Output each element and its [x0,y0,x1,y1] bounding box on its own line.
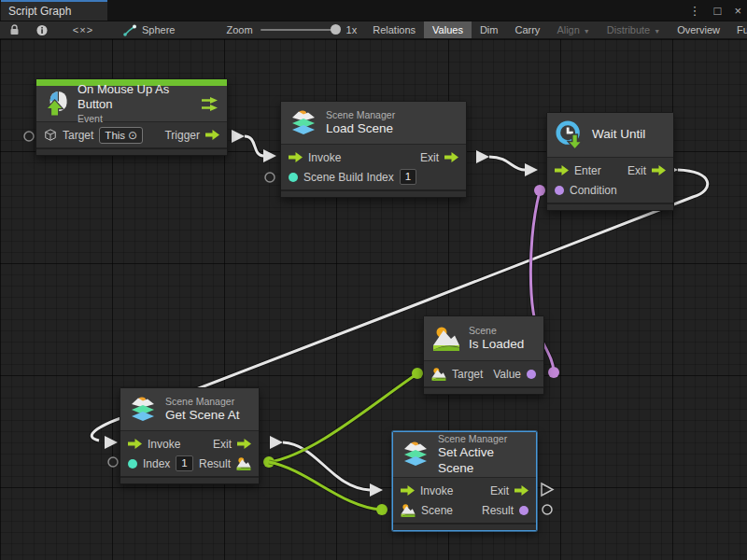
dim-button[interactable]: Dim [472,21,507,38]
port-label-index: Index [143,457,170,470]
port-label-invoke: Invoke [148,438,180,451]
info-button[interactable] [28,21,56,38]
values-button[interactable]: Values [424,21,472,38]
chevron-down-icon: ▼ [654,28,660,35]
node-footer [393,523,536,530]
index-input[interactable]: 1 [176,455,192,471]
graph-canvas[interactable]: On Mouse Up As Button Event Target [0,39,747,560]
edit-graph-button[interactable]: <×> [56,21,110,38]
flow-port-icon[interactable] [128,439,142,449]
coroutine-double-arrow-icon [202,97,218,111]
flow-port-icon[interactable] [237,439,251,449]
node-title: Wait Until [592,127,664,143]
node-kicker: Scene Manager [326,109,457,121]
node-footer [120,476,259,483]
values-label: Values [432,24,463,35]
node-on-mouse-up-as-button[interactable]: On Mouse Up As Button Event Target [35,78,228,156]
carry-label: Carry [514,24,540,35]
flow-port-icon[interactable] [444,152,458,162]
bool-port-icon[interactable] [555,186,564,195]
node-wait-until[interactable]: Wait Until Enter Exit [546,112,674,211]
align-dropdown[interactable]: Align ▼ [548,21,598,38]
wait-clock-icon [556,120,584,150]
wire-loadscene-to-waituntil[interactable] [476,150,538,176]
zoom-label: Zoom [226,24,252,35]
port-label-scene-build-index: Scene Build Index [303,171,394,184]
port-label-target: Target [452,368,483,381]
node-title: Set Active Scene [438,445,527,477]
unconnected-port-exit[interactable] [542,483,553,496]
distribute-dropdown[interactable]: Distribute ▼ [599,21,669,38]
fullscreen-button[interactable]: Full Screen [728,21,747,38]
wire-getsceneat-to-setactivescene[interactable] [270,436,383,497]
port-label-exit: Exit [627,164,646,177]
bool-port-icon[interactable] [527,370,536,379]
flow-port-icon[interactable] [205,130,219,140]
overview-label: Overview [677,24,720,35]
relations-label: Relations [373,24,416,35]
cube-icon [44,129,57,142]
node-title: On Mouse Up As Button [78,82,193,113]
target-value: This [105,128,125,143]
lock-button[interactable] [0,21,28,38]
window-tab-bar: Script Graph ⋮ □ × [0,0,747,21]
graph-toolbar: <×> Sphere Zoom 1x Relations Values Dim … [0,21,747,39]
scene-port-icon[interactable] [236,456,251,471]
port-label-result: Result [482,504,514,517]
node-footer [424,386,543,394]
node-footer [281,189,466,197]
unconnected-port-scenebuildindex[interactable] [265,173,275,182]
flow-port-icon[interactable] [652,165,666,175]
graph-icon [123,24,136,36]
flow-port-icon[interactable] [555,165,569,175]
flow-port-icon[interactable] [401,485,415,496]
info-icon [36,24,48,36]
port-label-result: Result [199,457,231,470]
chevron-down-icon: ▼ [584,28,590,35]
scene-result-port-icon[interactable] [519,506,529,515]
unconnected-port-target[interactable] [24,132,34,141]
node-kicker: Scene Manager [165,396,249,408]
int-port-icon[interactable] [289,173,298,182]
code-icon: <×> [73,24,93,35]
overview-button[interactable]: Overview [669,21,728,38]
node-is-loaded[interactable]: Scene Is Loaded Target Value [423,315,544,395]
unity-script-graph-window: Script Graph ⋮ □ × <×> [0,0,747,560]
mouse-icon [45,91,69,117]
node-title: Load Scene [326,121,457,137]
flow-port-icon[interactable] [289,152,303,162]
unconnected-port-result[interactable] [543,505,552,514]
scene-port-icon[interactable] [401,503,416,518]
node-title: Get Scene At [165,408,249,424]
scene-manager-icon [129,395,157,425]
node-load-scene[interactable]: Scene Manager Load Scene Invoke Exit [280,101,467,198]
scene-build-index-input[interactable]: 1 [400,169,416,185]
unconnected-port-index[interactable] [108,457,118,467]
port-label-target: Target [63,129,93,142]
node-subtitle: Event [78,113,193,125]
node-get-scene-at[interactable]: Scene Manager Get Scene At Invoke Exit [120,387,260,484]
relations-button[interactable]: Relations [364,21,424,38]
lock-icon [9,24,20,35]
carry-button[interactable]: Carry [506,21,548,38]
wire-result-to-setactivescene[interactable] [269,462,388,515]
scene-manager-icon [402,440,430,469]
maximize-icon[interactable]: □ [714,4,722,18]
scene-icon [432,325,460,353]
node-set-active-scene[interactable]: Scene Manager Set Active Scene Invoke Ex… [392,431,537,531]
int-port-icon[interactable] [128,459,137,469]
graph-owner-breadcrumb[interactable]: Sphere [110,21,183,38]
wire-trigger-to-loadscene[interactable] [232,130,276,162]
dim-label: Dim [480,24,499,35]
close-icon[interactable]: × [734,4,741,18]
flow-port-icon[interactable] [514,485,529,496]
object-picker-icon: ⊙ [128,128,137,143]
zoom-slider-handle[interactable] [331,24,341,35]
node-footer [547,203,673,210]
target-self-picker[interactable]: This ⊙ [99,127,143,144]
zoom-slider[interactable] [261,29,339,31]
tab-script-graph[interactable]: Script Graph [1,0,107,21]
window-menu-icon[interactable]: ⋮ [689,4,701,18]
port-label-enter: Enter [574,164,601,177]
scene-port-icon[interactable] [431,367,446,382]
